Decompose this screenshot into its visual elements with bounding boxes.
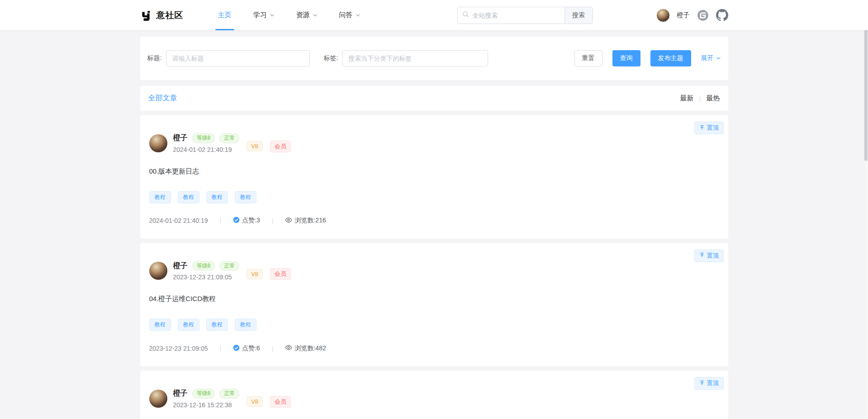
pin-top-icon — [699, 252, 705, 259]
query-button[interactable]: 查询 — [612, 50, 640, 66]
reset-button[interactable]: 重置 — [574, 50, 602, 66]
sort-divider: | — [699, 94, 701, 102]
vip-badge: V8 — [247, 396, 263, 407]
post-tag[interactable]: 教程 — [235, 319, 256, 331]
level-badge: 等级8 — [192, 261, 215, 271]
post-card: 置顶 橙子 等级8 正常 2023-12-16 15:22:38 V8 会员 教… — [140, 371, 728, 419]
gitee-icon[interactable] — [697, 9, 709, 21]
post-created-time: 2023-12-16 15:22:38 — [173, 401, 240, 409]
like-check-icon — [233, 344, 240, 353]
tag-label: 标签: — [323, 54, 338, 62]
author-info: 橙子 等级8 正常 2024-01-02 21:40:19 — [173, 133, 240, 153]
search-field — [458, 7, 564, 24]
vip-badge: V8 — [247, 141, 263, 151]
post-tag[interactable]: 教程 — [178, 191, 199, 203]
side-badges: V8 会员 — [247, 396, 291, 408]
post-title[interactable]: 00.版本更新日志 — [149, 167, 719, 176]
github-icon[interactable] — [716, 9, 728, 21]
tag-input[interactable] — [342, 50, 488, 66]
author-name[interactable]: 橙子 — [173, 389, 188, 398]
status-badge: 正常 — [219, 133, 239, 143]
brand[interactable]: 意社区 — [140, 9, 184, 21]
sort-newest[interactable]: 最新 — [680, 94, 694, 103]
pin-top-button[interactable]: 置顶 — [694, 122, 724, 134]
site-logo-icon — [140, 9, 152, 21]
title-input[interactable] — [166, 50, 310, 66]
user-avatar[interactable] — [656, 9, 670, 22]
post-tag[interactable]: 教程 — [206, 191, 228, 203]
footer-divider: | — [272, 345, 274, 352]
post-header: 橙子 等级8 正常 2024-01-02 21:40:19 V8 会员 — [149, 133, 719, 153]
post-tag[interactable]: 教程 — [149, 319, 171, 331]
post-header: 橙子 等级8 正常 2023-12-16 15:22:38 V8 会员 — [149, 389, 719, 409]
nav-item-home[interactable]: 主页 — [207, 0, 242, 30]
global-search: 搜索 — [457, 7, 593, 24]
chevron-down-icon — [716, 55, 721, 62]
footer-time: 2024-01-02 21:40:19 — [149, 217, 208, 224]
vip-badge: V8 — [247, 269, 263, 279]
footer-divider: | — [220, 217, 222, 224]
post-list: 置顶 橙子 等级8 正常 2024-01-02 21:40:19 V8 会员 0… — [140, 115, 728, 419]
nav-item-resources[interactable]: 资源 — [285, 0, 328, 30]
search-button[interactable]: 搜索 — [564, 7, 593, 24]
filter-title-group: 标题: — [147, 50, 310, 66]
filter-actions: 重置 查询 发布主题 展开 — [574, 50, 721, 66]
post-created-time: 2024-01-02 21:40:19 — [173, 146, 240, 153]
level-badge: 等级8 — [192, 389, 215, 399]
post-footer: 2023-12-23 21:09:05 | 点赞:6 | 浏览数:482 — [149, 344, 719, 353]
author-info: 橙子 等级8 正常 2023-12-23 21:09:05 — [173, 261, 240, 281]
member-badge: 会员 — [270, 396, 291, 408]
side-badges: V8 会员 — [247, 268, 291, 280]
views-stat: 浏览数:216 — [285, 217, 326, 225]
author-avatar[interactable] — [149, 390, 167, 408]
post-card: 置顶 橙子 等级8 正常 2023-12-23 21:09:05 V8 会员 0… — [140, 243, 728, 367]
title-label: 标题: — [147, 54, 162, 62]
post-header: 橙子 等级8 正常 2023-12-23 21:09:05 V8 会员 — [149, 261, 719, 281]
username[interactable]: 橙子 — [677, 11, 690, 19]
pin-top-icon — [699, 125, 705, 132]
status-badge: 正常 — [219, 389, 239, 399]
views-stat: 浏览数:482 — [285, 344, 326, 353]
user-area: 橙子 — [656, 9, 728, 22]
all-articles-link[interactable]: 全部文章 — [148, 94, 177, 103]
main-nav: 主页 学习 资源 问答 — [207, 0, 371, 30]
author-name[interactable]: 橙子 — [173, 133, 188, 143]
level-badge: 等级8 — [192, 133, 215, 143]
post-tag[interactable]: 教程 — [235, 191, 256, 203]
footer-divider: | — [220, 345, 222, 352]
scrollbar-thumb[interactable] — [864, 25, 868, 161]
status-badge: 正常 — [219, 261, 239, 271]
search-icon — [462, 11, 469, 19]
likes-stat: 点赞:3 — [233, 217, 260, 225]
post-footer: 2024-01-02 21:40:19 | 点赞:3 | 浏览数:216 — [149, 217, 719, 225]
site-title: 意社区 — [157, 9, 184, 21]
post-tag[interactable]: 教程 — [206, 319, 228, 331]
post-created-time: 2023-12-23 21:09:05 — [173, 273, 240, 281]
author-avatar[interactable] — [149, 134, 167, 152]
pin-top-button[interactable]: 置顶 — [694, 250, 724, 262]
nav-item-qa[interactable]: 问答 — [328, 0, 371, 30]
author-avatar[interactable] — [149, 262, 167, 280]
nav-item-learn[interactable]: 学习 — [242, 0, 285, 30]
scrollbar-track — [864, 0, 868, 419]
author-name[interactable]: 橙子 — [173, 261, 188, 271]
post-title[interactable]: 04.橙子运维CICD教程 — [149, 295, 719, 303]
member-badge: 会员 — [270, 268, 291, 280]
post-tag[interactable]: 教程 — [178, 319, 199, 331]
sort-hottest[interactable]: 最热 — [707, 94, 720, 103]
filter-tag-group: 标签: — [323, 50, 488, 66]
post-tag[interactable]: 教程 — [149, 191, 171, 203]
publish-topic-button[interactable]: 发布主题 — [650, 50, 691, 66]
post-tags: 教程教程教程教程 — [149, 191, 719, 203]
likes-stat: 点赞:6 — [233, 344, 260, 353]
eye-icon — [285, 217, 292, 225]
footer-time: 2023-12-23 21:09:05 — [149, 345, 208, 352]
pin-top-button[interactable]: 置顶 — [694, 377, 724, 390]
sort-group: 最新 | 最热 — [680, 94, 720, 103]
expand-toggle[interactable]: 展开 — [701, 54, 721, 62]
top-navbar: 意社区 主页 学习 资源 问答 — [0, 0, 868, 30]
pin-top-icon — [699, 380, 705, 387]
post-tags: 教程教程教程教程 — [149, 319, 719, 331]
search-input[interactable] — [473, 12, 560, 19]
member-badge: 会员 — [270, 141, 291, 152]
